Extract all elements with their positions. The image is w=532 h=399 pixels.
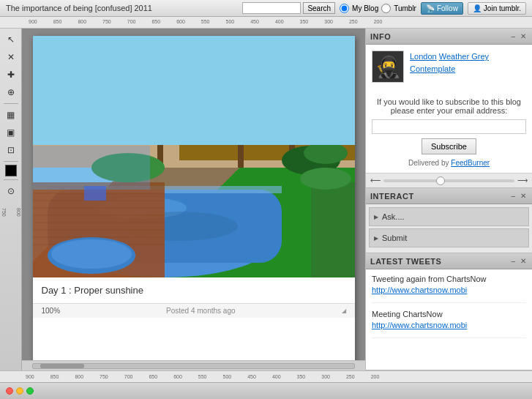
- interact-title: INTERACT: [370, 192, 414, 201]
- ask-item[interactable]: ▶ Ask....: [369, 207, 529, 226]
- window-controls: [6, 387, 34, 395]
- email-input[interactable]: [372, 119, 526, 134]
- interact-header-icons: – ✕: [509, 191, 528, 201]
- subscribe-button[interactable]: Subscribe: [422, 138, 476, 154]
- svg-rect-7: [157, 109, 163, 168]
- right-panel: INFO – ✕ 🥷 London Weather Grey: [365, 29, 532, 370]
- slider-right-icon: ⟶: [517, 176, 528, 184]
- main-container: ↖ ✕ ✚ ⊕ ▦ ▣ ⊡ ⊙ 900 850 800 750 700 650: [0, 29, 532, 370]
- post-date: Posted 4 months ago: [166, 307, 236, 315]
- search-input[interactable]: [242, 2, 301, 14]
- tweets-header-icons: – ✕: [509, 256, 528, 266]
- window-title: The importance of being [confused] 2011: [6, 4, 238, 12]
- blog-radio-group: My Blog Tumblr: [340, 4, 416, 13]
- tweets-panel-header: LATEST TWEETS – ✕: [366, 253, 532, 269]
- info-close-icon[interactable]: ✕: [519, 31, 528, 41]
- interact-close-icon[interactable]: ✕: [519, 191, 528, 201]
- tweet-link-2[interactable]: http://www.chartsnow.mobi: [372, 321, 467, 329]
- join-button[interactable]: 👤 Join tumblr.: [468, 2, 526, 15]
- search-button[interactable]: Search: [303, 2, 335, 14]
- submit-label: Submit: [382, 234, 407, 242]
- toolbar-separator-3: [4, 179, 18, 180]
- myblog-radio[interactable]: [340, 4, 349, 13]
- ruler-top: 900 850 800 750 700 650 600 550 500 450 …: [0, 17, 532, 29]
- slider-left-icon: ⟵: [370, 176, 381, 184]
- feedburner-link[interactable]: FeedBurner: [451, 159, 490, 167]
- canvas-scroll[interactable]: Day 1 : Proper sunshine 100% Posted 4 mo…: [22, 29, 365, 360]
- search-area: Search: [242, 2, 335, 14]
- crop-tool[interactable]: ⊡: [3, 142, 19, 158]
- tweet-item-2: Meeting ChartsNow http://www.chartsnow.m…: [372, 309, 526, 338]
- camera-tool[interactable]: ⊙: [3, 183, 19, 199]
- info-collapse-icon[interactable]: –: [509, 31, 517, 41]
- tweet-item-1: Tweeting again from ChartsNow http://www…: [372, 274, 526, 303]
- svg-rect-9: [238, 102, 244, 168]
- toolbar-separator-1: [4, 103, 18, 104]
- feed-tool[interactable]: ⊕: [3, 84, 19, 100]
- info-profile: 🥷 London Weather Grey Contemplate: [372, 51, 526, 83]
- svg-point-1: [66, 47, 117, 69]
- info-section: INFO – ✕ 🥷 London Weather Grey: [366, 29, 532, 188]
- myblog-label: My Blog: [352, 4, 378, 12]
- ask-arrow-icon: ▶: [374, 214, 378, 220]
- toolbar-separator-2: [4, 161, 18, 162]
- select-tool[interactable]: ▣: [3, 124, 19, 141]
- tweets-title: LATEST TWEETS: [370, 257, 441, 266]
- scrollbar-track[interactable]: [32, 363, 355, 369]
- color-swatch-black[interactable]: [5, 165, 17, 176]
- submit-item[interactable]: ▶ Submit: [369, 228, 529, 247]
- svg-rect-6: [165, 80, 355, 102]
- avatar-image: 🥷: [372, 51, 403, 82]
- arrow-tool[interactable]: ↖: [3, 31, 19, 48]
- info-subscribe: If you would like to subscribe to this b…: [366, 94, 532, 173]
- blog-caption: Day 1 : Proper sunshine: [33, 277, 355, 303]
- blog-image: [33, 36, 355, 277]
- ask-label: Ask....: [382, 212, 405, 221]
- maximize-window-button[interactable]: [26, 387, 34, 395]
- horizontal-scrollbar[interactable]: [22, 360, 365, 370]
- subscribe-description: If you would like to subscribe to this b…: [372, 97, 526, 115]
- left-toolbar: ↖ ✕ ✚ ⊕ ▦ ▣ ⊡ ⊙ 900 850 800 750 700 650: [0, 29, 22, 370]
- follow-button[interactable]: 📡 Follow: [421, 2, 463, 15]
- svg-point-2: [84, 45, 128, 63]
- svg-point-10: [222, 72, 259, 124]
- slider-thumb[interactable]: [436, 176, 445, 185]
- tweets-close-icon[interactable]: ✕: [519, 256, 528, 266]
- svg-point-8: [146, 83, 175, 127]
- london-link[interactable]: London: [410, 52, 437, 61]
- cross-tool[interactable]: ✕: [3, 49, 19, 65]
- slider-track[interactable]: [383, 179, 514, 182]
- svg-point-14: [304, 142, 348, 164]
- info-panel-header: INFO – ✕: [366, 29, 532, 45]
- grid-tool[interactable]: ▦: [3, 107, 19, 123]
- interact-collapse-icon[interactable]: –: [509, 191, 517, 201]
- scrollbar-thumb[interactable]: [40, 364, 84, 368]
- close-window-button[interactable]: [6, 387, 13, 395]
- tumblr-radio[interactable]: [381, 4, 391, 13]
- svg-point-3: [161, 58, 198, 72]
- top-bar: The importance of being [confused] 2011 …: [0, 0, 532, 17]
- blog-post: Day 1 : Proper sunshine 100% Posted 4 mo…: [33, 36, 355, 360]
- zoom-level: 100%: [42, 307, 61, 315]
- svg-point-12: [276, 69, 308, 113]
- slider-area: ⟵ ⟶: [366, 173, 532, 187]
- tweets-content: Tweeting again from ChartsNow http://www…: [366, 269, 532, 370]
- resize-handle[interactable]: ◢: [342, 307, 346, 314]
- tweet-link-1[interactable]: http://www.chartsnow.mobi: [372, 286, 467, 294]
- svg-point-32: [51, 239, 132, 269]
- tweets-collapse-icon[interactable]: –: [509, 256, 517, 266]
- blog-footer: 100% Posted 4 months ago ◢: [33, 303, 355, 318]
- minimize-window-button[interactable]: [16, 387, 23, 395]
- interact-section: INTERACT – ✕ ▶ Ask.... ▶ Submit: [366, 188, 532, 253]
- info-title: INFO: [370, 32, 391, 41]
- add-tool[interactable]: ✚: [3, 67, 19, 83]
- contemplate-link[interactable]: Contemplate: [410, 64, 455, 73]
- weathergrey-link[interactable]: Weather Grey: [439, 52, 489, 61]
- tweets-section: LATEST TWEETS – ✕ Tweeting again from Ch…: [366, 253, 532, 370]
- info-links: London Weather Grey Contemplate: [410, 51, 489, 75]
- svg-rect-35: [33, 146, 150, 190]
- info-header-icons: – ✕: [509, 31, 528, 41]
- pool-image-svg: [33, 36, 355, 277]
- bottom-bar: [0, 382, 532, 399]
- rss-icon: 📡: [426, 4, 435, 12]
